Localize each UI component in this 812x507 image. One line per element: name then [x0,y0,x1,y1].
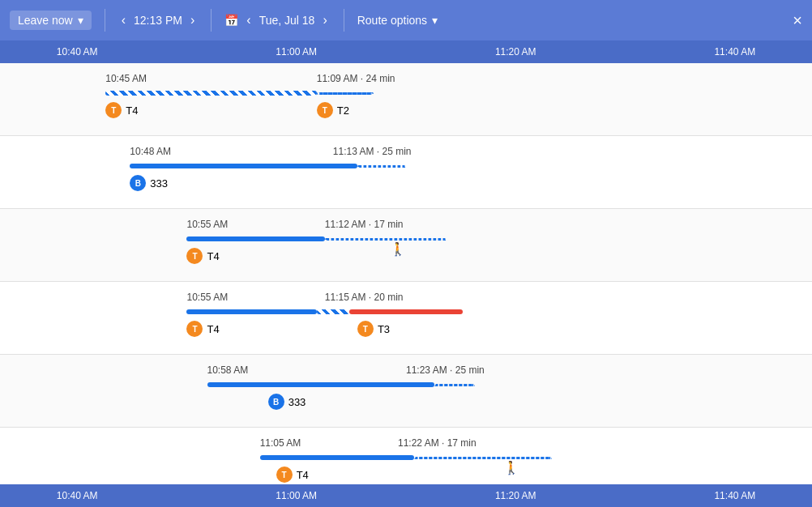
date-prev-button[interactable]: ‹ [243,11,254,29]
route-row[interactable]: 10:45 AM 11:09 AM · 24 min T T4 T T2 [0,63,812,136]
transit-badge: B 333 [268,394,306,410]
depart-time: 10:48 AM [130,146,171,157]
route-bar [105,91,317,96]
close-button[interactable]: × [793,11,802,30]
route-bar-striped [317,309,349,314]
transit-badge-2: T T2 [317,102,349,118]
time-label-1100: 11:00 AM [276,46,317,58]
depart-time: 10:45 AM [105,73,147,84]
badge-label: T4 [207,250,219,262]
transit-badge-2: T T3 [357,321,390,337]
date-next-button[interactable]: › [319,11,330,29]
route-row[interactable]: 10:58 AM 11:23 AM · 25 min B 333 [0,355,812,428]
time-label-1040: 10:40 AM [57,46,98,58]
route-dotted [317,92,374,95]
leave-now-button[interactable]: Leave now ▾ [10,11,92,30]
time-next-button[interactable]: › [187,11,198,29]
time-prev-button[interactable]: ‹ [118,11,129,29]
route-bar-area: 10:48 AM 11:13 AM · 25 min B 333 [0,146,812,202]
badge-icon-2: T [357,321,374,337]
depart-time: 11:05 AM [260,437,301,449]
badge-label: 333 [288,396,306,408]
route-options-button[interactable]: Route options ▾ [357,14,438,27]
time-label-1140: 11:40 AM [714,46,755,58]
route-dotted [357,165,406,168]
route-dotted [414,457,552,459]
timeline-footer: 10:40 AM 11:00 AM 11:20 AM 11:40 AM [0,484,812,507]
transit-badge: T T4 [276,467,309,483]
footer-time-label-1100: 11:00 AM [276,490,317,501]
route-row[interactable]: 10:55 AM 11:15 AM · 20 min T T4 T T3 [0,282,812,355]
depart-time: 10:58 AM [207,364,249,376]
route-bar [130,164,357,168]
chevron-down-icon-2: ▾ [432,14,438,27]
badge-icon: B [268,394,284,410]
badge-icon: T [186,248,203,264]
route-bar-area: 10:45 AM 11:09 AM · 24 min T T4 T T2 [0,73,812,130]
divider-1 [105,9,105,32]
badge-label: T4 [207,323,219,335]
routes-list: 10:45 AM 11:09 AM · 24 min T T4 T T2 10:… [0,63,812,484]
arrive-time: 11:12 AM · 17 min [325,219,404,230]
transit-badge: T T4 [186,248,219,264]
route-bar-area: 11:05 AM 11:22 AM · 17 min 🚶 T T4 [0,437,812,484]
badge-label-2: T2 [337,104,349,117]
footer-time-label-1040: 10:40 AM [57,490,98,501]
badge-icon: T [105,102,122,118]
route-row[interactable]: 10:48 AM 11:13 AM · 25 min B 333 [0,136,812,209]
app-header: Leave now ▾ ‹ 12:13 PM › 📅 ‹ Tue, Jul 18… [0,0,812,40]
route-bar [186,236,324,241]
walk-icon: 🚶 [390,241,406,257]
badge-label-2: T3 [378,323,390,335]
route-bar-area: 10:55 AM 11:12 AM · 17 min 🚶 T T4 [0,219,812,275]
chevron-down-icon: ▾ [78,14,83,27]
leave-now-label: Leave now [18,14,73,27]
arrive-time: 11:09 AM · 24 min [317,73,395,84]
arrive-time: 11:13 AM · 25 min [333,146,412,157]
transit-badge: T T4 [186,321,219,337]
arrive-time: 11:15 AM · 20 min [325,292,404,303]
timeline-header-top: 10:40 AM 11:00 AM 11:20 AM 11:40 AM [0,40,812,63]
route-dotted [325,238,447,241]
calendar-icon: 📅 [224,14,238,27]
route-dotted [434,384,475,386]
divider-2 [211,9,212,32]
route-bar-area: 10:58 AM 11:23 AM · 25 min B 333 [0,364,812,421]
footer-time-label-1120: 11:20 AM [495,490,536,501]
badge-label: 333 [150,177,168,190]
footer-time-label-1140: 11:40 AM [714,490,755,501]
route-row[interactable]: 11:05 AM 11:22 AM · 17 min 🚶 T T4 [0,428,812,484]
badge-icon-2: T [317,102,333,118]
badge-label: T4 [126,104,138,117]
divider-3 [344,9,344,32]
current-date: Tue, Jul 18 [259,14,315,27]
route-bar-blue [186,309,316,314]
badge-icon: T [276,467,293,483]
badge-icon: T [186,321,203,337]
route-bar [207,382,435,387]
route-bar-area: 10:55 AM 11:15 AM · 20 min T T4 T T3 [0,292,812,348]
walk-icon: 🚶 [503,460,519,475]
transit-badge: B 333 [130,175,168,191]
badge-icon: B [130,175,146,191]
depart-time: 10:55 AM [186,219,228,230]
route-bar [260,455,414,460]
time-nav: ‹ 12:13 PM › [118,11,199,29]
route-options-label: Route options [357,14,427,27]
arrive-time: 11:23 AM · 25 min [406,364,485,376]
date-button[interactable]: 📅 ‹ Tue, Jul 18 › [224,11,330,29]
route-bar-red [349,309,463,314]
time-label-1120: 11:20 AM [495,46,536,58]
transit-badge: T T4 [105,102,138,118]
arrive-time: 11:22 AM · 17 min [398,437,477,449]
route-row[interactable]: 10:55 AM 11:12 AM · 17 min 🚶 T T4 [0,209,812,282]
badge-label: T4 [297,469,309,481]
depart-time: 10:55 AM [186,292,228,303]
current-time: 12:13 PM [134,14,182,27]
